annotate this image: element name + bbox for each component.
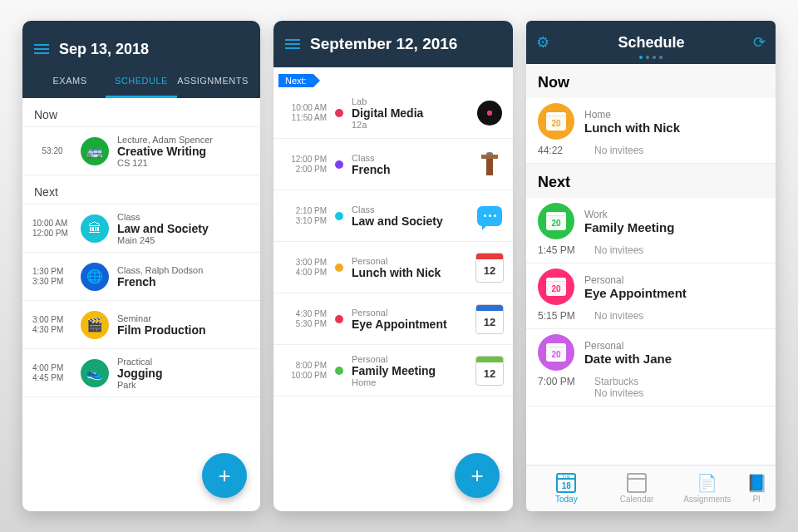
assignments-icon: 📄 (697, 473, 717, 493)
event-icon: 20 (538, 103, 574, 140)
calendar-icon: TUE 18 (556, 473, 576, 493)
schedule-item[interactable]: 4:00 PM4:45 PM 👟 Practical Jogging Park (22, 349, 260, 397)
calendar-icon (627, 473, 647, 493)
class-icon: 🌐 (81, 263, 109, 291)
schedule-item[interactable]: 20 Home Lunch with Nick 44:22 No invitee… (526, 98, 776, 164)
countdown: 53:20 (32, 146, 72, 156)
hamburger-icon[interactable] (285, 39, 300, 49)
color-dot (335, 109, 343, 117)
tab-today[interactable]: TUE 18 Today (531, 473, 602, 504)
schedule-item[interactable]: 1:30 PM3:30 PM 🌐 Class, Ralph Dodson Fre… (22, 253, 260, 301)
schedule-item[interactable]: 53:20 🚌 Lecture, Adam Spencer Creative W… (22, 127, 260, 175)
class-icon: 🏛 (81, 214, 109, 243)
section-next: Next (22, 175, 260, 204)
tab-calendar[interactable]: Calendar (602, 473, 672, 504)
color-dot (335, 315, 343, 323)
more-icon: 📘 (746, 473, 767, 493)
schedule-item[interactable]: 20 Personal Date with Jane 7:00 PM Starb… (526, 329, 776, 406)
chat-icon (475, 201, 505, 231)
time-range: 4:00 PM4:45 PM (32, 363, 72, 382)
plus-icon: + (218, 463, 230, 489)
podium-icon (475, 150, 505, 180)
header-date: September 12, 2016 (310, 35, 457, 53)
schedule-item[interactable]: 12:00 PM2:00 PM Class French (273, 139, 513, 190)
phone-screen-3: ⚙ Schedule ⟳ Now 20 Home Lunch with Nick… (526, 21, 776, 511)
schedule-item[interactable]: 2:10 PM3:10 PM Class Law and Society (273, 190, 513, 242)
tab-exams[interactable]: EXAMS (34, 67, 106, 98)
color-dot (335, 160, 343, 169)
header-date: Sep 13, 2018 (59, 41, 149, 58)
countdown: 44:22 (538, 145, 584, 156)
tab-assignments[interactable]: 📄 Assignments (672, 473, 742, 504)
schedule-item[interactable]: 3:00 PM4:00 PM Personal Lunch with Nick … (273, 242, 513, 293)
calendar-icon: 12 (475, 304, 505, 334)
schedule-item[interactable]: 10:00 AM11:50 AM Lab Digital Media 12a (273, 87, 513, 139)
next-chip: Next: (278, 74, 313, 87)
phone-screen-1: Sep 13, 2018 EXAMS SCHEDULE ASSIGNMENTS … (22, 21, 260, 511)
schedule-item[interactable]: 4:30 PM5:30 PM Personal Eye Appointment … (273, 293, 513, 345)
class-icon: 🚌 (81, 137, 109, 165)
tab-bar: EXAMS SCHEDULE ASSIGNMENTS (34, 67, 249, 98)
refresh-icon[interactable]: ⟳ (753, 33, 766, 52)
color-dot (335, 264, 343, 272)
event-icon: 20 (538, 334, 574, 371)
svg-rect-1 (486, 159, 493, 175)
event-icon: 20 (538, 268, 574, 305)
vinyl-icon (475, 98, 505, 128)
item-title: Creative Writing (117, 145, 250, 158)
time-range: 1:30 PM3:30 PM (32, 267, 72, 286)
color-dot (335, 212, 343, 220)
svg-point-2 (486, 152, 493, 155)
page-dots (639, 56, 663, 59)
calendar-icon: 12 (475, 356, 505, 386)
schedule-item[interactable]: 20 Personal Eye Appointment 5:15 PM No i… (526, 264, 776, 329)
tab-more[interactable]: 📘 Pl (742, 473, 771, 504)
section-now: Now (526, 64, 776, 98)
schedule-item[interactable]: 8:00 PM10:00 PM Personal Family Meeting … (273, 345, 513, 397)
schedule-item[interactable]: 3:00 PM4:30 PM 🎬 Seminar Film Production (22, 301, 260, 349)
tab-schedule[interactable]: SCHEDULE (106, 67, 177, 98)
time-range: 10:00 AM12:00 PM (32, 219, 72, 238)
bottom-tab-bar: TUE 18 Today Calendar 📄 Assignments 📘 Pl (526, 465, 776, 511)
next-chip-wrap: Next: (273, 67, 513, 87)
section-next: Next (526, 164, 776, 198)
class-icon: 👟 (81, 359, 109, 387)
add-button[interactable]: + (455, 453, 500, 498)
plus-icon: + (470, 463, 483, 489)
header: September 12, 2016 (273, 21, 513, 67)
item-subtitle: CS 121 (117, 158, 250, 168)
gear-icon[interactable]: ⚙ (536, 33, 549, 52)
time-range: 3:00 PM4:30 PM (32, 315, 72, 334)
add-button[interactable]: + (202, 453, 247, 498)
schedule-item[interactable]: 20 Work Family Meeting 1:45 PM No invite… (526, 198, 776, 264)
class-icon: 🎬 (81, 311, 109, 339)
header: ⚙ Schedule ⟳ (526, 21, 776, 64)
schedule-list: Now 20 Home Lunch with Nick 44:22 No inv… (526, 64, 776, 465)
header: Sep 13, 2018 EXAMS SCHEDULE ASSIGNMENTS (22, 21, 260, 98)
header-title: Schedule (618, 34, 684, 52)
schedule-list: Now 53:20 🚌 Lecture, Adam Spencer Creati… (22, 98, 260, 511)
schedule-list: 10:00 AM11:50 AM Lab Digital Media 12a 1… (273, 87, 513, 511)
calendar-icon: 12 (475, 253, 505, 283)
event-icon: 20 (538, 203, 574, 239)
phone-screen-2: September 12, 2016 Next: 10:00 AM11:50 A… (273, 21, 513, 511)
hamburger-icon[interactable] (34, 44, 49, 54)
color-dot (335, 367, 343, 375)
schedule-item[interactable]: 10:00 AM12:00 PM 🏛 Class Law and Society… (22, 204, 260, 253)
section-now: Now (22, 98, 260, 127)
tab-assignments[interactable]: ASSIGNMENTS (177, 67, 249, 98)
item-overline: Lecture, Adam Spencer (117, 135, 250, 145)
